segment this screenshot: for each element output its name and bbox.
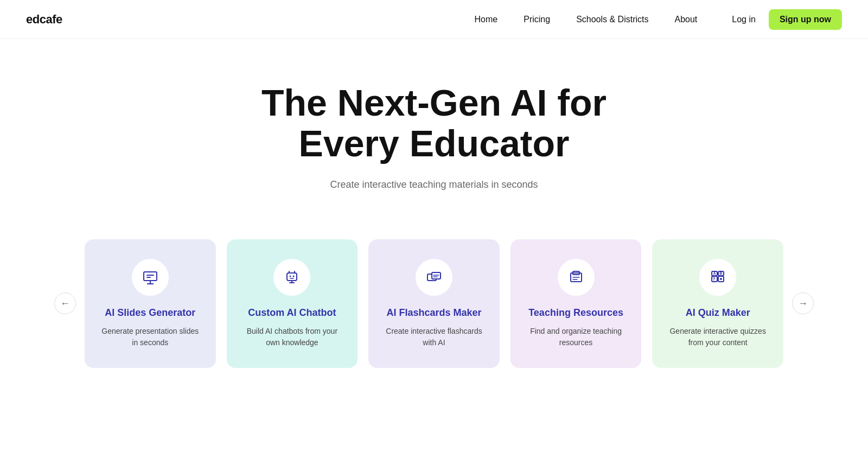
nav-links: Home Pricing Schools & Districts About	[475, 15, 698, 24]
chatbot-title: Custom AI Chatbot	[248, 307, 336, 319]
nav-actions: Log in Sign up now	[732, 9, 842, 30]
svg-point-7	[293, 275, 295, 277]
slides-icon-circle	[132, 259, 169, 296]
chatbot-icon	[283, 269, 301, 286]
flashcards-desc: Create interactive flashcards with AI	[384, 326, 484, 348]
svg-rect-5	[287, 273, 297, 281]
hero-section: The Next-Gen AI for Every Educator Creat…	[0, 39, 868, 223]
flashcards-title: AI Flashcards Maker	[386, 307, 481, 319]
logo[interactable]: edcafe	[26, 12, 62, 27]
teaching-title: Teaching Resources	[528, 307, 623, 319]
prev-arrow[interactable]: ←	[54, 293, 76, 314]
teaching-icon	[567, 269, 585, 286]
svg-rect-4	[146, 277, 151, 278]
cards-container: AI Slides Generator Generate presentatio…	[76, 234, 792, 373]
svg-point-23	[720, 278, 722, 280]
slides-desc: Generate presentation slides in seconds	[100, 326, 201, 348]
quiz-icon: ? A B	[709, 269, 726, 286]
quiz-icon-circle: ? A B	[699, 259, 736, 296]
next-arrow[interactable]: →	[792, 293, 814, 314]
signup-button[interactable]: Sign up now	[769, 9, 842, 30]
svg-point-6	[290, 275, 291, 277]
flashcards-icon-circle	[416, 259, 452, 296]
card-teaching[interactable]: Teaching Resources Find and organize tea…	[510, 239, 642, 368]
svg-text:A: A	[713, 271, 716, 275]
card-chatbot[interactable]: Custom AI Chatbot Build AI chatbots from…	[227, 239, 358, 368]
quiz-title: AI Quiz Maker	[686, 307, 750, 319]
hero-subheading: Create interactive teaching materials in…	[11, 179, 857, 190]
teaching-icon-circle	[558, 259, 595, 296]
svg-rect-0	[144, 272, 157, 281]
slides-title: AI Slides Generator	[105, 307, 195, 319]
slides-icon	[142, 269, 159, 286]
teaching-desc: Find and organize teaching resources	[526, 326, 627, 348]
navbar: edcafe Home Pricing Schools & Districts …	[0, 0, 868, 39]
svg-text:?: ?	[712, 276, 716, 282]
cards-section: ← AI Slides Generator Generate presentat…	[0, 223, 868, 406]
card-flashcards[interactable]: AI Flashcards Maker Create interactive f…	[368, 239, 500, 368]
card-quiz[interactable]: ? A B AI Quiz Maker Generate interactive…	[652, 239, 783, 368]
svg-text:B: B	[720, 271, 723, 275]
login-button[interactable]: Log in	[732, 15, 756, 24]
hero-heading: The Next-Gen AI for Every Educator	[244, 82, 624, 164]
nav-schools[interactable]: Schools & Districts	[576, 15, 648, 24]
chatbot-desc: Build AI chatbots from your own knowledg…	[242, 326, 343, 348]
nav-pricing[interactable]: Pricing	[524, 15, 550, 24]
card-slides[interactable]: AI Slides Generator Generate presentatio…	[85, 239, 216, 368]
flashcards-icon	[425, 269, 443, 286]
svg-rect-3	[146, 275, 154, 276]
nav-about[interactable]: About	[675, 15, 698, 24]
nav-home[interactable]: Home	[475, 15, 498, 24]
chatbot-icon-circle	[273, 259, 310, 296]
svg-rect-14	[432, 272, 441, 279]
quiz-desc: Generate interactive quizzes from your c…	[667, 326, 768, 348]
